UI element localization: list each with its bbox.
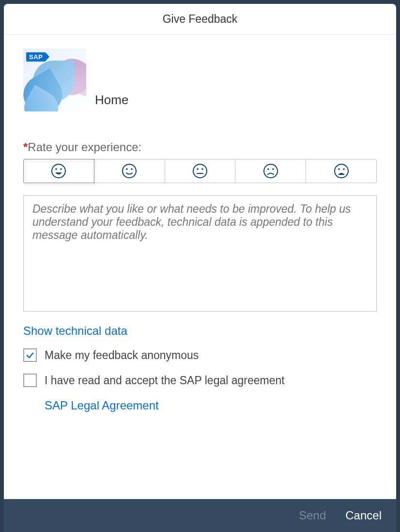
svg-point-10 [267, 168, 269, 170]
svg-point-4 [126, 168, 128, 170]
anonymous-checkbox[interactable] [23, 348, 37, 362]
rating-neutral[interactable] [165, 159, 236, 183]
svg-point-2 [61, 168, 62, 170]
anonymous-label: Make my feedback anonymous [45, 349, 199, 362]
rating-very-sad[interactable] [306, 159, 377, 183]
feedback-dialog: Give Feedback SAP Home *Rate your experi… [4, 4, 396, 532]
app-icon: SAP [23, 48, 86, 111]
required-indicator: * [23, 141, 28, 154]
show-technical-data-link[interactable]: Show technical data [23, 324, 127, 338]
face-very-happy-icon [51, 163, 66, 179]
dialog-title: Give Feedback [4, 4, 396, 35]
send-button[interactable]: Send [299, 509, 326, 522]
feedback-textarea[interactable] [23, 195, 377, 312]
rating-very-happy[interactable] [23, 159, 94, 183]
app-title: Home [95, 93, 128, 111]
legal-accept-checkbox[interactable] [23, 374, 37, 387]
svg-point-8 [201, 168, 203, 170]
rating-group [23, 159, 377, 183]
svg-point-0 [52, 164, 65, 178]
svg-point-1 [56, 168, 58, 170]
rate-label: *Rate your experience: [23, 141, 377, 154]
dialog-footer: Send Cancel [4, 499, 396, 532]
face-sad-icon [263, 163, 278, 179]
cancel-button[interactable]: Cancel [345, 509, 382, 522]
legal-accept-label: I have read and accept the SAP legal agr… [45, 374, 285, 387]
legal-agreement-link[interactable]: SAP Legal Agreement [45, 399, 159, 412]
svg-point-9 [264, 164, 277, 178]
svg-point-11 [272, 168, 274, 170]
rating-sad[interactable] [235, 159, 306, 183]
face-happy-icon [122, 163, 137, 179]
svg-point-3 [123, 164, 136, 178]
dialog-body: SAP Home *Rate your experience: [4, 35, 396, 499]
rating-happy[interactable] [94, 159, 165, 183]
svg-point-14 [343, 168, 345, 170]
legal-accept-row: I have read and accept the SAP legal agr… [23, 374, 377, 387]
svg-point-6 [193, 164, 207, 178]
face-very-sad-icon [334, 163, 349, 179]
sap-badge: SAP [26, 52, 46, 62]
svg-point-13 [338, 168, 340, 170]
svg-point-7 [197, 168, 199, 170]
svg-point-12 [335, 164, 348, 178]
app-row: SAP Home [23, 48, 377, 111]
svg-point-5 [131, 168, 133, 170]
anonymous-row: Make my feedback anonymous [23, 348, 377, 362]
face-neutral-icon [192, 163, 208, 179]
